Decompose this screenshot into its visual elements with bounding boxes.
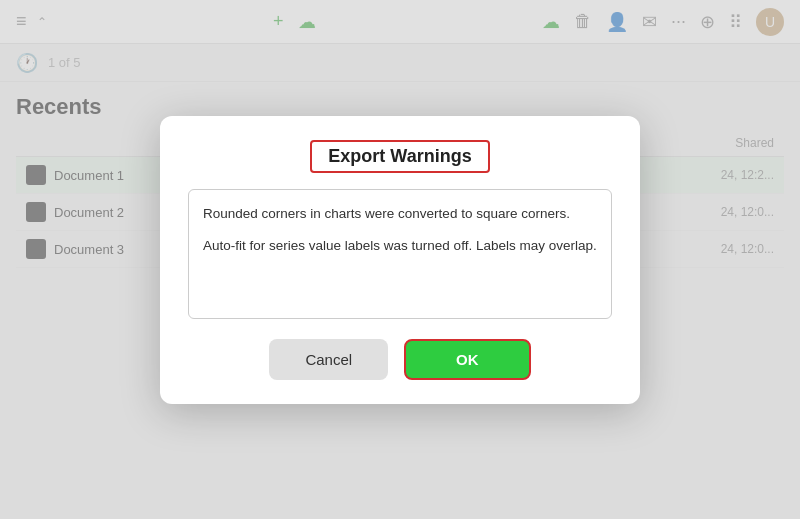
- dialog-title: Export Warnings: [328, 146, 471, 166]
- ok-button[interactable]: OK: [404, 339, 531, 380]
- modal-overlay: Export Warnings Rounded corners in chart…: [0, 0, 800, 519]
- cancel-button[interactable]: Cancel: [269, 339, 388, 380]
- dialog-title-area: Export Warnings: [188, 140, 612, 173]
- dialog-title-box: Export Warnings: [310, 140, 489, 173]
- export-warnings-dialog: Export Warnings Rounded corners in chart…: [160, 116, 640, 404]
- dialog-actions: Cancel OK: [188, 339, 612, 380]
- dialog-content-box: Rounded corners in charts were converted…: [188, 189, 612, 319]
- warning-text-2: Auto-fit for series value labels was tur…: [203, 236, 597, 256]
- warning-text-1: Rounded corners in charts were converted…: [203, 204, 597, 224]
